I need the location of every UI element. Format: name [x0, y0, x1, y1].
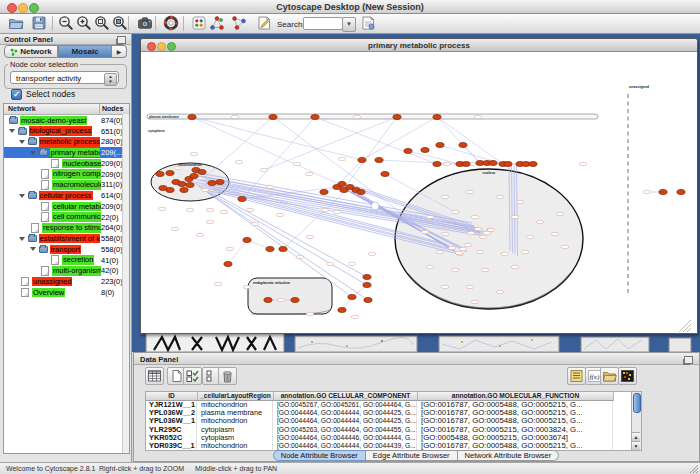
table-scrollbar[interactable]: ▲ ▼: [631, 391, 642, 451]
cell[interactable]: [GO:0045267, GO:0045261, GO:0044464, G..…: [274, 401, 417, 409]
cell[interactable]: [GO:0044464, GO:0044446, GO:0044444, G..…: [274, 434, 417, 442]
folder-open-icon[interactable]: [600, 367, 619, 385]
tree-item-cellular-metabo[interactable]: cellular metabo209(0): [4, 201, 130, 212]
tree-col-nodes: Nodes: [102, 105, 123, 112]
cell[interactable]: YKR052C: [146, 434, 197, 442]
tree-item-overview[interactable]: Overview8(0): [4, 287, 130, 298]
zoom-in-icon[interactable]: [76, 15, 92, 31]
attribute-table-icon[interactable]: [145, 367, 164, 385]
cell[interactable]: [GO:0044464, GO:0044444, GO:0044439, G..…: [274, 442, 417, 450]
tree-item-multi-organism-pro[interactable]: multi-organism pro42(0): [4, 266, 130, 277]
panel-list-icon[interactable]: [567, 367, 586, 385]
search-input[interactable]: [303, 17, 343, 30]
matrix-icon[interactable]: [618, 367, 637, 385]
cell[interactable]: mitochondrion: [198, 401, 273, 409]
open-folder-icon[interactable]: [8, 15, 24, 31]
data-panel-float-icon[interactable]: [684, 356, 693, 364]
tree-item-count: 209(0): [101, 159, 123, 168]
zoom-selected-icon[interactable]: [112, 15, 128, 31]
tab-overflow-button[interactable]: ▶: [112, 45, 127, 58]
tab-network-attribute-browser[interactable]: Network Attribute Browser: [457, 450, 560, 461]
select-nodes-checkbox[interactable]: ✓: [11, 89, 22, 100]
zoom-fit-icon[interactable]: [94, 15, 110, 31]
network-window-titlebar[interactable]: primary metabolic process: [141, 39, 697, 52]
tree-item-nitrogen-compo[interactable]: nitrogen compo209(0): [4, 169, 130, 180]
camera-icon[interactable]: [137, 15, 153, 31]
tree-item-count: 311(0): [101, 180, 122, 189]
scroll-down-arrow[interactable]: ▼: [632, 441, 640, 450]
annotation-icon[interactable]: [256, 15, 272, 31]
float-panel-icon[interactable]: [117, 36, 126, 44]
cell[interactable]: [GO:0016787, GO:0005488, GO:0005215, G..…: [418, 401, 613, 409]
cell[interactable]: [GO:0016787, GO:0005488, GO:0005215, G..…: [418, 442, 613, 450]
expand-arrow-icon[interactable]: [19, 194, 25, 198]
file-icon: [41, 212, 49, 222]
column-header-1[interactable]: _cellularLayoutRegion: [198, 392, 274, 401]
expand-arrow-icon[interactable]: [19, 140, 25, 144]
folder-icon: [18, 128, 27, 135]
cell[interactable]: cytoplasm: [198, 434, 273, 442]
column-header-0[interactable]: ID: [146, 392, 198, 401]
help-ring-icon[interactable]: [163, 15, 179, 31]
cell[interactable]: YJR121W__1: [146, 401, 197, 409]
tree-item-macromolecule[interactable]: macromolecule311(0): [4, 180, 130, 191]
graph-node: [489, 161, 497, 166]
cell[interactable]: cytoplasm: [198, 426, 273, 434]
expand-arrow-icon[interactable]: [9, 129, 15, 133]
tree-item-transport[interactable]: transport558(0): [4, 244, 130, 255]
tree-scrollbar[interactable]: [122, 114, 129, 453]
cell[interactable]: [GO:0016787, GO:0005215, GO:0003824, G..…: [418, 426, 613, 434]
layout-a-icon[interactable]: [209, 15, 225, 31]
tree-item-cellular-process[interactable]: cellular process614(0): [4, 190, 130, 201]
cell[interactable]: plasma membrane: [198, 409, 273, 417]
column-header-3[interactable]: annotation.GO MOLECULAR_FUNCTION: [418, 392, 614, 401]
tree-item-cell-communicat[interactable]: cell communicat22(0): [4, 212, 130, 223]
save-icon[interactable]: [31, 15, 47, 31]
select-attributes-checked-icon[interactable]: [183, 367, 202, 385]
tab-node-attribute-browser[interactable]: Node Attribute Browser: [273, 450, 366, 461]
tree-item-response-to-stimul[interactable]: response to stimul264(0): [4, 223, 130, 234]
tab-edge-attribute-browser[interactable]: Edge Attribute Browser: [365, 450, 458, 461]
folder-icon: [9, 117, 18, 124]
table-scrollbar-thumb[interactable]: [633, 393, 641, 413]
tree-item-establishment-of-lo[interactable]: establishment of lo558(0): [4, 233, 130, 244]
vizmapper-icon[interactable]: [191, 15, 207, 31]
cell[interactable]: mitochondrion: [198, 417, 273, 425]
cell[interactable]: YLR295C: [146, 426, 197, 434]
toolbar-separator: [183, 16, 184, 31]
tab-mosaic[interactable]: Mosaic: [58, 45, 112, 58]
tree-item-biological-process[interactable]: biological_process651(0): [4, 126, 130, 137]
data-panel-header: Data Panel: [134, 353, 699, 365]
expand-arrow-icon[interactable]: [30, 247, 36, 251]
cell[interactable]: YPL036W__2: [146, 409, 197, 417]
tree-item-nucleobase-[interactable]: nucleobase-209(0): [4, 158, 130, 169]
cell[interactable]: [GO:0045263, GO:0044464, GO:0044455, G..…: [274, 426, 417, 434]
expand-arrow-icon[interactable]: [19, 237, 25, 241]
tree-item-count: 209(0): [101, 202, 123, 211]
cell[interactable]: [GO:0016787, GO:0005488, GO:0005215, G..…: [418, 409, 613, 417]
tree-item-unassigned[interactable]: unassigned223(0): [4, 276, 130, 287]
resize-grip[interactable]: [689, 464, 699, 474]
tree-item-metabolic-process[interactable]: metabolic process280(0): [4, 137, 130, 148]
tree-item-secretion[interactable]: secretion41(0): [4, 255, 130, 266]
tree-item-mosaic-demo-yeast[interactable]: mosaic-demo-yeast874(0): [4, 115, 130, 126]
trash-icon[interactable]: [218, 367, 237, 385]
expand-arrow-icon[interactable]: [30, 151, 36, 155]
network-canvas[interactable]: plasma membranecytoplasmmitochondrionnuc…: [141, 52, 695, 332]
cell[interactable]: [GO:0016787, GO:0005488, GO:0005215, G..…: [418, 417, 613, 425]
search-dropdown-button[interactable]: ▼: [342, 17, 356, 32]
cell[interactable]: mitochondrion: [198, 442, 273, 450]
cell[interactable]: YPL036W__1: [146, 417, 197, 425]
graph-node: [279, 247, 287, 252]
column-header-2[interactable]: annotation.GO CELLULAR_COMPONENT: [274, 392, 418, 401]
tab-network[interactable]: Network: [4, 45, 58, 58]
tree-item-primary-metabo[interactable]: primary metabo209(...: [4, 147, 130, 158]
layout-b-icon[interactable]: [231, 15, 247, 31]
cell[interactable]: [GO:0005488, GO:0005215, GO:0003674]: [418, 434, 613, 442]
cell[interactable]: [GO:0044464, GO:0044444, GO:0044425, G..…: [274, 417, 417, 425]
cell[interactable]: YDR039C__1: [146, 442, 197, 450]
attribute-import-icon[interactable]: [360, 15, 376, 31]
cell[interactable]: [GO:0044464, GO:0044444, GO:0044425, G..…: [274, 409, 417, 417]
zoom-out-icon[interactable]: [58, 15, 74, 31]
node-color-dropdown[interactable]: transporter activity ▲▼: [10, 71, 119, 84]
